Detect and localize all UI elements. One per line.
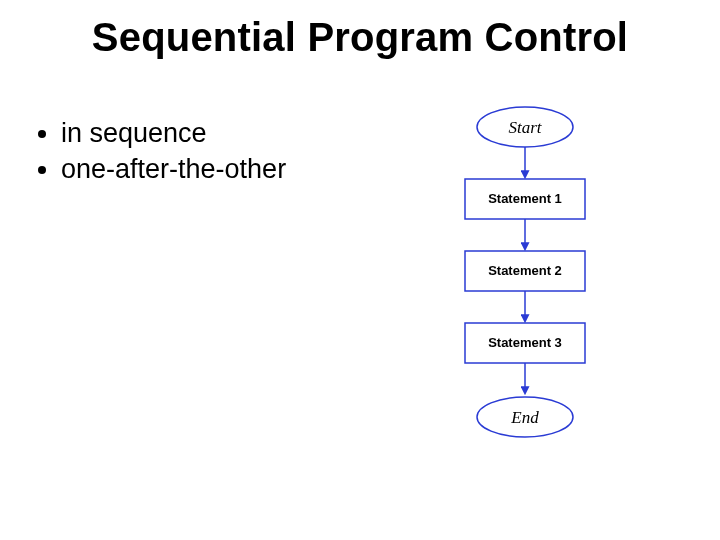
statement-label: Statement 2 bbox=[488, 263, 562, 278]
statement-label: Statement 1 bbox=[488, 191, 562, 206]
slide-title: Sequential Program Control bbox=[0, 15, 720, 60]
bullet-item: one-after-the-other bbox=[61, 151, 286, 187]
slide: Sequential Program Control in sequence o… bbox=[0, 0, 720, 540]
flowchart: Start Statement 1 Statement 2 Statement … bbox=[415, 105, 635, 505]
bullet-item: in sequence bbox=[61, 115, 286, 151]
statement-label: Statement 3 bbox=[488, 335, 562, 350]
end-label: End bbox=[510, 408, 539, 427]
bullet-list: in sequence one-after-the-other bbox=[35, 115, 286, 188]
start-label: Start bbox=[508, 118, 542, 137]
